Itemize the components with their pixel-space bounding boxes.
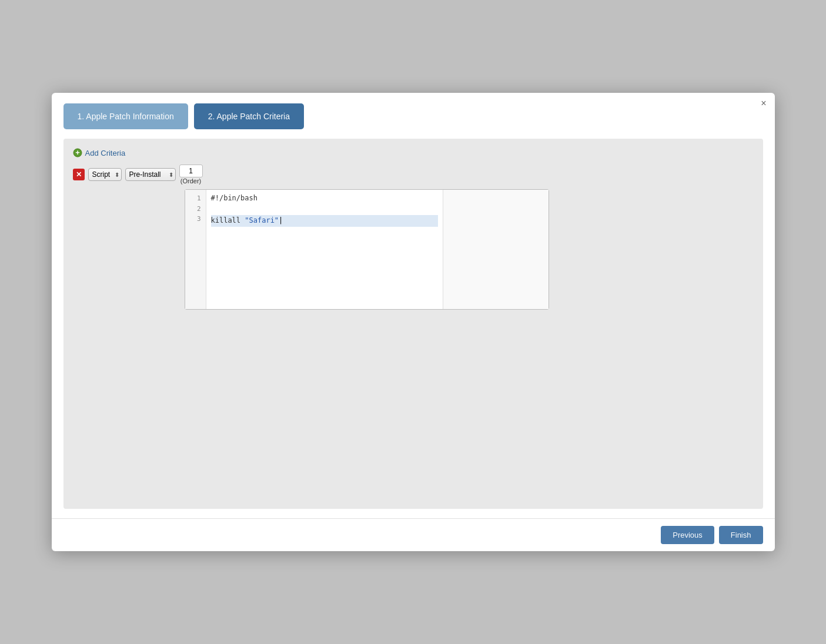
code-line-1: #!/bin/bash: [211, 193, 438, 204]
line-number-3: 3: [190, 214, 201, 224]
editor-right-panel: [443, 190, 549, 309]
add-criteria-icon: +: [73, 148, 82, 157]
add-criteria-link[interactable]: + Add Criteria: [73, 148, 754, 157]
modal-dialog: × 1. Apple Patch Information 2. Apple Pa…: [52, 93, 775, 551]
code-content[interactable]: #!/bin/bash killall "Safari"|: [206, 190, 443, 309]
script-type-select[interactable]: Script: [88, 168, 122, 181]
step-1-number: 1.: [78, 112, 86, 121]
step-2[interactable]: 2. Apple Patch Criteria: [194, 103, 304, 129]
code-editor-area: 1 2 3 #!/bin/bash killall "Safari"|: [73, 189, 754, 310]
modal-body: + Add Criteria ✕ Script Pre-Instal: [63, 139, 763, 509]
code-line-2: [211, 204, 438, 215]
steps-bar: 1. Apple Patch Information 2. Apple Patc…: [52, 93, 775, 129]
timing-select[interactable]: Pre-Install Post-Install: [125, 168, 176, 181]
close-button[interactable]: ×: [761, 99, 766, 108]
criteria-area: ✕ Script Pre-Install Post-Install: [73, 165, 754, 341]
step-2-label: Apple Patch Criteria: [217, 112, 290, 121]
code-editor: 1 2 3 #!/bin/bash killall "Safari"|: [185, 189, 549, 310]
step-2-number: 2.: [208, 112, 217, 121]
timing-wrapper: Pre-Install Post-Install: [125, 168, 176, 181]
step-1-label: Apple Patch Information: [86, 112, 173, 121]
delete-criteria-button[interactable]: ✕: [73, 169, 85, 180]
finish-button[interactable]: Finish: [719, 526, 763, 544]
order-block: (Order): [179, 165, 203, 185]
script-type-wrapper: Script: [88, 168, 122, 181]
code-line-3: killall "Safari"|: [211, 215, 438, 226]
order-input[interactable]: [179, 165, 203, 177]
previous-button[interactable]: Previous: [661, 526, 714, 544]
left-spacer: [73, 189, 185, 310]
order-label: (Order): [180, 177, 201, 185]
line-numbers: 1 2 3: [185, 190, 206, 309]
svg-text:+: +: [75, 148, 80, 157]
modal-footer: Previous Finish: [52, 518, 775, 551]
step-1[interactable]: 1. Apple Patch Information: [63, 103, 188, 129]
line-number-1: 1: [190, 193, 201, 204]
criteria-row: ✕ Script Pre-Install Post-Install: [73, 165, 754, 185]
add-criteria-label: Add Criteria: [85, 149, 126, 157]
line-number-2: 2: [190, 204, 201, 214]
